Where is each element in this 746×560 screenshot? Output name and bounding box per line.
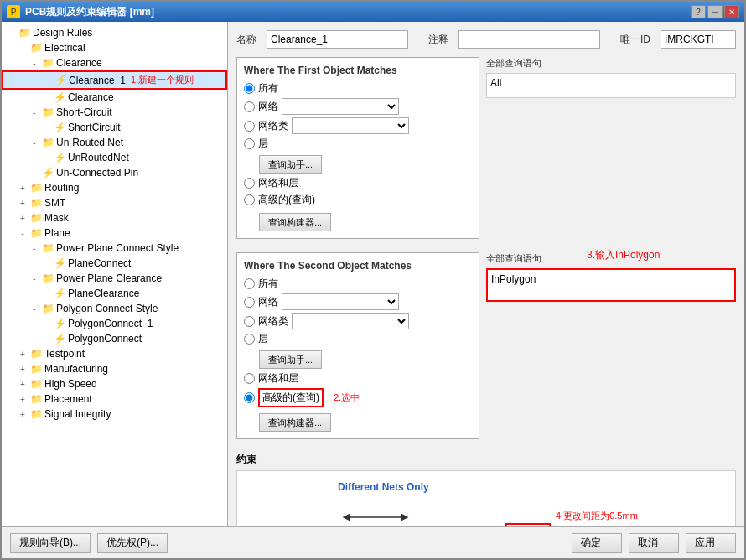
first-query-builder-btn[interactable]: 查询构建器... [259, 213, 331, 231]
tree-item-smt[interactable]: + 📁 SMT [2, 195, 227, 210]
first-layer-radio[interactable] [244, 138, 255, 149]
tree-item-polygon-connect-group[interactable]: - 📁 Polygon Connect Style [2, 301, 227, 316]
second-netclass-radio[interactable] [244, 316, 255, 327]
uid-input[interactable] [661, 30, 736, 49]
second-object-col: Where The Second Object Matches 所有 网络 [236, 252, 479, 446]
expand-icon: - [5, 27, 17, 39]
ok-btn[interactable]: 确定 [572, 533, 622, 553]
main-window: P PCB规则及约束编辑器 [mm] ? ─ ✕ - 📁 Design Rule… [0, 0, 746, 560]
folder-icon: 📁 [42, 57, 54, 69]
folder-icon: 📁 [30, 363, 43, 375]
folder-icon: 📁 [30, 408, 43, 420]
tree-label: Power Plane Connect Style [56, 242, 179, 254]
first-netlayer-radio[interactable] [244, 178, 255, 189]
first-netclass-radio[interactable] [244, 121, 255, 132]
value-box[interactable]: 0.5mm [505, 523, 551, 526]
folder-icon: 📁 [30, 197, 43, 209]
constraint-title: 约束 [236, 453, 736, 467]
first-net-radio[interactable] [244, 101, 255, 112]
second-advanced-radio[interactable] [244, 392, 255, 403]
tree-item-placement[interactable]: + 📁 Placement [2, 391, 227, 407]
tree-item-un-routed[interactable]: ⚡ UnRoutedNet [2, 150, 227, 165]
second-netlayer-helper-row: 查询助手... [244, 350, 472, 369]
comment-input[interactable] [458, 30, 600, 49]
tree-item-power-plane-connect[interactable]: - 📁 Power Plane Connect Style [2, 241, 227, 256]
expand-icon [40, 288, 52, 299]
tree-item-power-plane-clearance[interactable]: - 📁 Power Plane Clearance [2, 271, 227, 286]
tree-item-clearance-1[interactable]: ⚡ Clearance_1 1.新建一个规则 [2, 70, 227, 90]
help-button[interactable]: ? [691, 5, 706, 18]
tree-label: High Speed [44, 378, 97, 390]
tree-item-signal-integrity[interactable]: + 📁 Signal Integrity [2, 407, 227, 422]
second-query-helper-btn[interactable]: 查询助手... [259, 350, 322, 369]
second-advanced-row: 高级的(查询) 2.选中 [244, 388, 472, 407]
second-layer-radio[interactable] [244, 334, 255, 345]
tree-item-clearance-group[interactable]: - 📁 Clearance [2, 55, 227, 70]
first-advanced-radio[interactable] [244, 194, 255, 205]
tree-item-plane-connect[interactable]: ⚡ PlaneConnect [2, 256, 227, 271]
diagram-svg [237, 471, 735, 526]
tree-item-testpoint[interactable]: + 📁 Testpoint [2, 346, 227, 361]
tree-item-plane[interactable]: - 📁 Plane [2, 226, 227, 241]
first-netlayer-radio-row: 网络和层 [244, 176, 472, 190]
second-query-value: InPolygon [486, 268, 736, 302]
tree-item-short-circuit-group[interactable]: - 📁 Short-Circuit [2, 105, 227, 120]
folder-icon: 📁 [30, 42, 43, 54]
expand-icon: + [17, 182, 28, 194]
first-netlayer-label: 网络和层 [258, 176, 298, 190]
second-net-dropdown[interactable] [282, 293, 399, 310]
tree-item-high-speed[interactable]: + 📁 High Speed [2, 376, 227, 391]
config-panel: 名称 注释 唯一ID Where The First Object Matche… [228, 22, 744, 526]
tree-label: Routing [44, 182, 79, 194]
first-net-dropdown[interactable] [282, 98, 399, 115]
expand-icon [40, 91, 52, 103]
first-query-label: 全部查询语句 [486, 57, 736, 70]
first-object-box: Where The First Object Matches 所有 网络 [236, 57, 479, 239]
expand-icon: - [28, 303, 40, 314]
rule-icon: ⚡ [42, 167, 54, 179]
tree-item-polygon-connect-1[interactable]: ⚡ PolygonConnect_1 [2, 316, 227, 331]
first-object-title: Where The First Object Matches [244, 65, 472, 76]
tree-item-routing[interactable]: + 📁 Routing [2, 180, 227, 195]
tree-item-short-circuit[interactable]: ⚡ ShortCircuit [2, 120, 227, 135]
first-all-radio[interactable] [244, 83, 255, 94]
first-query-helper-btn[interactable]: 查询助手... [259, 155, 322, 174]
expand-icon: + [17, 378, 28, 390]
rule-wizard-btn[interactable]: 规则向导(B)... [10, 533, 91, 553]
tree-item-design-rules[interactable]: - 📁 Design Rules [2, 25, 227, 40]
tree-item-electrical[interactable]: - 📁 Electrical [2, 40, 227, 55]
app-icon: P [7, 5, 20, 18]
second-net-radio[interactable] [244, 297, 255, 308]
expand-icon: - [28, 242, 40, 254]
apply-btn[interactable]: 应用 [686, 533, 736, 553]
expand-icon [42, 75, 54, 86]
close-button[interactable]: ✕ [724, 5, 739, 18]
folder-icon: 📁 [42, 106, 54, 118]
tree-item-mask[interactable]: + 📁 Mask [2, 210, 227, 226]
first-netclass-dropdown[interactable] [292, 117, 409, 134]
first-net-row: 网络 [244, 98, 472, 115]
second-netlayer-label: 网络和层 [258, 371, 298, 386]
second-netclass-dropdown[interactable] [292, 313, 409, 329]
second-netlayer-radio[interactable] [244, 373, 255, 384]
annotation-step4: 4.更改间距为0.5mm [556, 510, 638, 522]
name-input[interactable] [267, 30, 408, 49]
tree-item-un-connected[interactable]: ⚡ Un-Connected Pin [2, 165, 227, 180]
tree-item-plane-clearance[interactable]: ⚡ PlaneClearance [2, 286, 227, 301]
folder-icon: 📁 [42, 303, 54, 314]
expand-icon: + [17, 212, 28, 224]
first-all-row: 所有 [244, 81, 472, 96]
second-query-builder-btn[interactable]: 查询构建器... [259, 413, 331, 432]
expand-icon: - [28, 137, 40, 148]
priorities-btn[interactable]: 优先权(P)... [97, 533, 168, 553]
tree-label: UnRoutedNet [68, 152, 129, 163]
tree-item-clearance-default[interactable]: ⚡ Clearance [2, 90, 227, 105]
minimize-button[interactable]: ─ [707, 5, 723, 18]
tree-item-un-routed-group[interactable]: - 📁 Un-Routed Net [2, 135, 227, 150]
first-query-builder-row: 查询构建器... [244, 213, 472, 231]
tree-item-manufacturing[interactable]: + 📁 Manufacturing [2, 361, 227, 376]
cancel-btn[interactable]: 取消 [629, 533, 679, 553]
second-all-radio[interactable] [244, 278, 255, 289]
tree-item-polygon-connect-default[interactable]: ⚡ PolygonConnect [2, 331, 227, 346]
second-all-row: 所有 [244, 277, 472, 291]
